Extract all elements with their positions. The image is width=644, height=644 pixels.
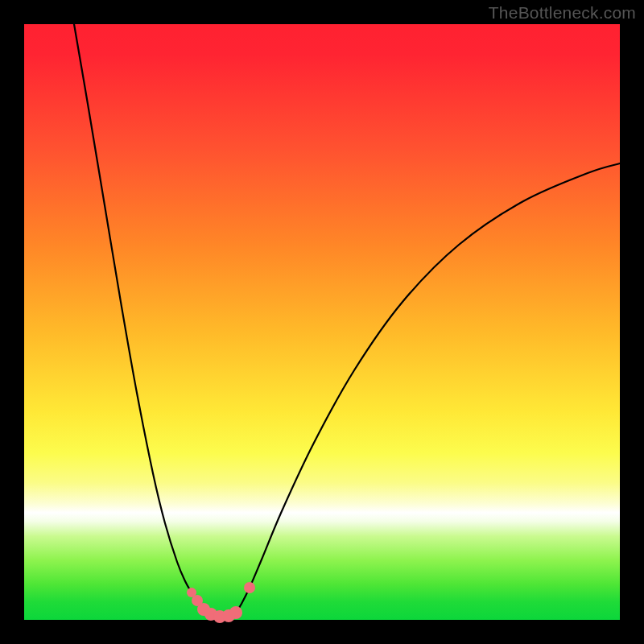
bottleneck-curve-path [74, 24, 620, 617]
attribution-watermark: TheBottleneck.com [489, 3, 636, 23]
bottleneck-curve [74, 24, 620, 617]
valley-marker [244, 582, 255, 593]
chart-frame: TheBottleneck.com [0, 0, 644, 644]
valley-marker [229, 606, 242, 619]
valley-markers [187, 582, 255, 623]
chart-svg [24, 24, 620, 620]
